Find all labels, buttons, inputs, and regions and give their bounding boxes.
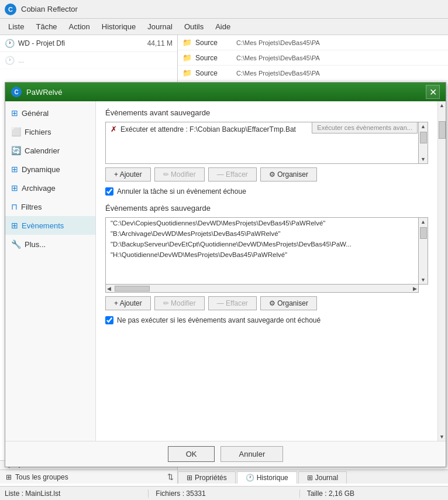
event-text: Exécuter et attendre : F:\Cobian Backup\…	[120, 125, 296, 133]
sidebar-label-filtres: Filtres	[21, 203, 42, 211]
menu-aide[interactable]: Aide	[209, 20, 236, 33]
dialog-title-bar: C PaWRelvé ✕	[5, 83, 446, 101]
before-organize-button[interactable]: ⚙ Organiser	[260, 167, 317, 181]
after-button-row: + Ajouter ✏ Modifier — Effacer ⚙ Organis…	[105, 296, 428, 310]
dynamique-icon: ⊞	[11, 165, 18, 174]
cancel-button[interactable]: Annuler	[220, 446, 283, 462]
plus-icon: 🔧	[11, 239, 21, 249]
before-add-button[interactable]: + Ajouter	[105, 167, 151, 181]
ok-button[interactable]: OK	[168, 446, 215, 462]
no-execute-row: Ne pas exécuter si les évènements avant …	[105, 316, 428, 324]
dialog-overlay: C PaWRelvé ✕ ⊞ Général ⬜ Fichiers	[0, 70, 448, 500]
no-execute-label: Ne pas exécuter si les évènements avant …	[117, 316, 321, 324]
menu-journal[interactable]: Journal	[142, 20, 178, 33]
after-modify-button[interactable]: ✏ Modifier	[154, 296, 205, 310]
source-path: C:\Mes Projets\DevBas45\PA	[236, 39, 443, 46]
scroll-up-arrow[interactable]: ▲	[419, 122, 427, 131]
before-events-container: ✗ Exécuter et attendre : F:\Cobian Backu…	[105, 122, 428, 164]
after-event-row: "H:\Quotidienne\DevWD\MesProjets\DevBas4…	[106, 249, 418, 260]
sidebar-item-filtres[interactable]: ⊓ Filtres	[5, 197, 95, 216]
menu-action[interactable]: Action	[63, 20, 96, 33]
calendrier-icon: 🔄	[11, 146, 21, 155]
dialog-content-scrollbar[interactable]: ▲ ▼	[437, 101, 446, 441]
folder-icon: 📁	[182, 38, 192, 47]
before-list-scrollbar[interactable]: ▲ ▼	[419, 122, 428, 164]
menu-historique[interactable]: Historique	[96, 20, 142, 33]
sidebar-item-general[interactable]: ⊞ Général	[5, 104, 95, 122]
title-bar: C Cobian Reflector	[0, 0, 448, 19]
filtres-icon: ⊓	[11, 202, 18, 211]
app-icon: C	[5, 4, 16, 15]
after-list-vscrollbar[interactable]: ▲ ▼	[419, 217, 428, 285]
menu-liste[interactable]: Liste	[2, 20, 30, 33]
source-path: C:\Mes Projets\DevBas45\PA	[236, 54, 443, 61]
main-background: 🕐 WD - Projet Dfi 44,11 M 🕐 ... 📁 Source…	[0, 35, 448, 500]
execute-icon: ✗	[111, 125, 117, 133]
after-delete-button[interactable]: — Effacer	[208, 296, 257, 310]
dialog-body: ⊞ Général ⬜ Fichiers 🔄 Calendrier ⊞ Dyna…	[5, 101, 446, 441]
sidebar-label-evenements: Evènements	[22, 221, 64, 230]
before-delete-button[interactable]: — Effacer	[208, 167, 257, 181]
menu-outils[interactable]: Outils	[178, 20, 209, 33]
after-organize-button[interactable]: ⚙ Organiser	[260, 296, 317, 310]
app-title: Cobian Reflector	[21, 5, 78, 13]
sidebar-item-evenements[interactable]: ⊞ Evènements	[5, 216, 95, 235]
source-label: Source	[195, 39, 236, 47]
execute-events-button[interactable]: Exécuter ces évènements avan...	[312, 122, 418, 133]
dialog-scroll-thumb[interactable]	[439, 121, 446, 139]
sidebar-item-calendrier[interactable]: 🔄 Calendrier	[5, 141, 95, 160]
dialog: C PaWRelvé ✕ ⊞ Général ⬜ Fichiers	[5, 82, 446, 467]
sidebar-item-archivage[interactable]: ⊞ Archivage	[5, 179, 95, 197]
scroll-thumb[interactable]	[420, 132, 427, 143]
hscroll-right-arrow[interactable]: ▶	[412, 285, 418, 293]
dialog-scroll-down[interactable]: ▼	[438, 433, 446, 441]
cancel-task-label: Annuler la tâche si un évènement échoue	[117, 187, 246, 196]
menu-tache[interactable]: Tâche	[30, 20, 63, 33]
cancel-task-checkbox[interactable]	[105, 187, 113, 196]
sidebar-item-plus[interactable]: 🔧 Plus...	[5, 235, 95, 254]
after-add-button[interactable]: + Ajouter	[105, 296, 151, 310]
cancel-task-row: Annuler la tâche si un évènement échoue	[105, 187, 428, 196]
hscroll-thumb[interactable]	[115, 286, 150, 292]
sidebar-item-fichiers[interactable]: ⬜ Fichiers	[5, 122, 95, 141]
list-item[interactable]: 🕐 ...	[0, 52, 177, 69]
after-scroll-down[interactable]: ▼	[419, 276, 427, 284]
general-icon: ⊞	[11, 108, 18, 118]
dialog-close-button[interactable]: ✕	[426, 85, 440, 99]
folder-icon: 📁	[182, 53, 192, 62]
menu-bar: Liste Tâche Action Historique Journal Ou…	[0, 19, 448, 35]
before-button-row: + Ajouter ✏ Modifier — Effacer ⚙ Organis…	[105, 167, 428, 181]
dialog-footer: OK Annuler	[5, 441, 446, 467]
archivage-icon: ⊞	[11, 183, 18, 193]
hscroll-left-arrow[interactable]: ◀	[106, 285, 112, 293]
dialog-icon: C	[11, 87, 22, 97]
fichiers-icon: ⬜	[11, 127, 21, 136]
scroll-down-arrow[interactable]: ▼	[419, 155, 427, 163]
clock-icon: 🕐	[5, 56, 15, 65]
sidebar-label-archivage: Archivage	[22, 184, 56, 193]
after-section-title: Évènements après sauvegarde	[105, 204, 428, 213]
item-size: 44,11 M	[147, 39, 173, 47]
sidebar-label-plus: Plus...	[25, 240, 46, 249]
source-row[interactable]: 📁 Source C:\Mes Projets\DevBas45\PA	[178, 50, 448, 66]
dialog-title-text: PaWRelvé	[26, 88, 426, 97]
before-modify-button[interactable]: ✏ Modifier	[154, 167, 205, 181]
before-section-title: Évènements avant sauvegarde	[105, 108, 428, 117]
sidebar-label-dynamique: Dynamique	[22, 165, 60, 174]
after-list-hscrollbar[interactable]: ◀ ▶	[105, 285, 419, 293]
sidebar-item-dynamique[interactable]: ⊞ Dynamique	[5, 160, 95, 179]
list-item[interactable]: 🕐 WD - Projet Dfi 44,11 M	[0, 35, 177, 52]
after-event-row: "C:\Dev\CopiesQuotidiennes\DevWD\MesProj…	[106, 218, 418, 228]
sidebar-label-calendrier: Calendrier	[25, 146, 60, 155]
after-scroll-thumb[interactable]	[420, 227, 427, 239]
clock-icon: 🕐	[5, 39, 15, 48]
source-row[interactable]: 📁 Source C:\Mes Projets\DevBas45\PA	[178, 35, 448, 50]
no-execute-checkbox[interactable]	[105, 316, 113, 324]
after-event-list: "C:\Dev\CopiesQuotidiennes\DevWD\MesProj…	[105, 217, 419, 285]
after-scroll-up[interactable]: ▲	[419, 218, 427, 226]
source-label: Source	[195, 54, 236, 62]
after-events-container: "C:\Dev\CopiesQuotidiennes\DevWD\MesProj…	[105, 217, 428, 285]
item-name: WD - Projet Dfi	[18, 39, 143, 47]
evenements-icon: ⊞	[11, 221, 18, 230]
dialog-scroll-up[interactable]: ▲	[438, 101, 446, 109]
